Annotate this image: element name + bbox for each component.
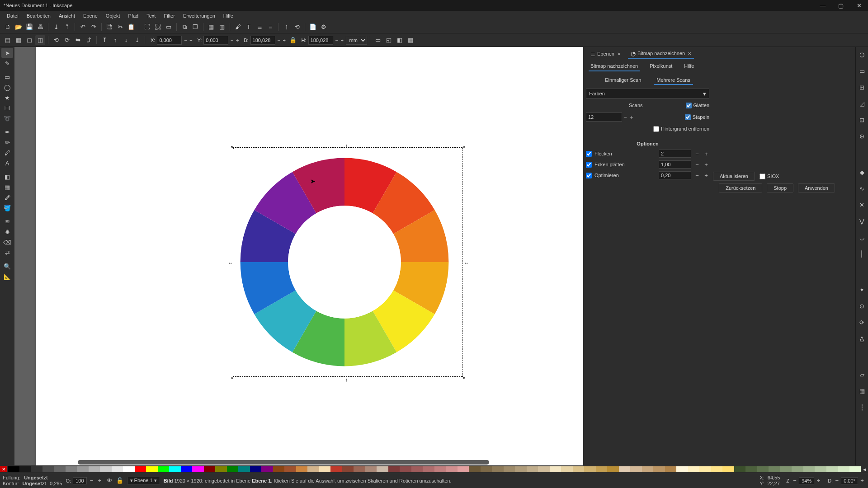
palette-none-swatch[interactable]: ✕ [0,466,7,472]
palette-swatch[interactable] [261,466,273,472]
snap-edge-button[interactable]: ⊞ [857,82,867,92]
canvas-viewport[interactable]: ↖ ↕ ↗ ↔ ↔ ↙ ↕ ↘ ➤ [14,47,583,465]
move-gradient-button[interactable]: ◧ [395,35,405,45]
speckles-dec-button[interactable]: − [694,150,700,157]
new-button[interactable]: 🗋 [3,22,13,32]
palette-swatch[interactable] [515,466,527,472]
palette-swatch[interactable] [688,466,700,472]
selection-handle-e[interactable]: ↔ [464,260,469,266]
deselect-button[interactable]: ▢ [24,35,34,45]
snap-page-button[interactable]: ▱ [857,370,867,380]
x-dec-button[interactable]: − [183,36,188,45]
selection-handle-w[interactable]: ↔ [228,260,233,266]
minimize-button[interactable]: — [814,0,832,11]
selection-handle-s[interactable]: ↕ [345,377,348,382]
stop-button[interactable]: Stopp [767,183,793,192]
layers-dialog-button[interactable]: ≣ [255,22,264,32]
print-button[interactable]: 🖶 [35,22,45,32]
maximize-button[interactable]: ▢ [832,0,850,11]
xml-button[interactable]: ≡ [265,22,275,32]
y-inc-button[interactable]: + [235,36,240,45]
snap-object-center-button[interactable]: ⊙ [857,301,867,311]
palette-swatch[interactable] [481,466,492,472]
scans-inc-button[interactable]: + [628,114,635,121]
palette-swatch[interactable] [469,466,481,472]
palette-swatch[interactable] [158,466,170,472]
tool-eraser[interactable]: ⌫ [1,237,13,247]
select-all-layers-button[interactable]: ▤ [3,35,13,45]
palette-swatch[interactable] [642,466,654,472]
reset-button[interactable]: Zurücksetzen [719,183,762,192]
menu-ebene[interactable]: Ebene [79,12,102,20]
flip-h-button[interactable]: ⇋ [73,35,83,45]
save-button[interactable]: 💾 [24,22,34,32]
menu-ansicht[interactable]: Ansicht [55,12,79,20]
trace-mode-dropdown[interactable]: Farben ▾ [586,89,709,99]
subtab-pixelart[interactable]: Pixelkunst [648,61,674,71]
palette-swatch[interactable] [699,466,711,472]
palette-swatch[interactable] [653,466,665,472]
snap-intersect-button[interactable]: ✕ [857,200,867,210]
stroke-value[interactable]: Ungesetzt [22,481,46,486]
palette-swatch[interactable] [745,466,757,472]
palette-swatch[interactable] [19,466,31,472]
menu-text[interactable]: Text [142,12,160,20]
snap-center-button[interactable]: ⊕ [857,131,867,141]
open-button[interactable]: 📂 [14,22,24,32]
stack-checkbox[interactable]: Stapeln [685,114,709,120]
palette-swatch[interactable] [89,466,100,472]
palette-swatch[interactable] [296,466,308,472]
tool-bezier[interactable]: ✒ [1,127,13,137]
speckles-input[interactable] [659,150,691,158]
tool-node[interactable]: ✎ [1,58,13,68]
group-button[interactable]: ▦ [206,22,216,32]
document-page[interactable]: ↖ ↕ ↗ ↔ ↔ ↙ ↕ ↘ ➤ [36,47,583,465]
snap-midpoint-button[interactable]: ⊡ [857,115,867,125]
rotation-input[interactable]: 0,00° [841,477,858,484]
palette-swatch[interactable] [215,466,227,472]
palette-swatch[interactable] [123,466,135,472]
snap-grid-button[interactable]: ▦ [857,386,867,396]
palette-swatch[interactable] [722,466,734,472]
h-inc-button[interactable]: + [340,36,345,45]
corners-dec-button[interactable]: − [694,161,700,168]
palette-swatch[interactable] [204,466,216,472]
zoom-page-button[interactable]: ▭ [164,22,174,32]
ungroup-button[interactable]: ▥ [217,22,227,32]
palette-swatch[interactable] [434,466,446,472]
palette-swatch[interactable] [31,466,42,472]
palette-swatch[interactable] [619,466,631,472]
tool-measure[interactable]: 📐 [1,272,13,282]
palette-swatch[interactable] [676,466,688,472]
palette-swatch[interactable] [492,466,504,472]
optimize-checkbox[interactable] [586,173,592,178]
palette-swatch[interactable] [734,466,746,472]
tab-trace-bitmap[interactable]: ◔ Bitmap nachzeichnen ✕ [628,49,694,59]
copy-button[interactable]: ⿻ [104,22,114,32]
move-pattern-button[interactable]: ▦ [406,35,415,45]
palette-swatch[interactable] [561,466,573,472]
clone-button[interactable]: ❐ [190,22,200,32]
align-button[interactable]: ⫿ [281,22,291,32]
tool-mesh[interactable]: ▦ [1,182,13,192]
docprops-button[interactable]: 📄 [308,22,318,32]
opacity-dec-button[interactable]: − [89,477,95,484]
palette-swatch[interactable] [411,466,423,472]
palette-swatch[interactable] [607,466,619,472]
text-dialog-button[interactable]: T [244,22,254,32]
import-button[interactable]: ⤓ [51,22,61,32]
redo-button[interactable]: ↷ [89,22,99,32]
stroke-width[interactable]: 0,265 [50,481,62,486]
menu-bearbeiten[interactable]: Bearbeiten [23,12,55,20]
tool-gradient[interactable]: ◧ [1,172,13,182]
corners-input[interactable] [659,160,691,169]
palette-swatch[interactable] [803,466,815,472]
snap-path-button[interactable]: ∿ [857,183,867,193]
palette-swatch[interactable] [665,466,677,472]
scrollbar-horizontal[interactable] [78,460,489,465]
palette-swatch[interactable] [458,466,469,472]
speckles-checkbox[interactable] [586,151,592,157]
palette-swatch[interactable] [792,466,803,472]
layer-selector[interactable]: ▾ Ebene 1 ▾ [127,477,160,484]
palette-swatch[interactable] [330,466,342,472]
